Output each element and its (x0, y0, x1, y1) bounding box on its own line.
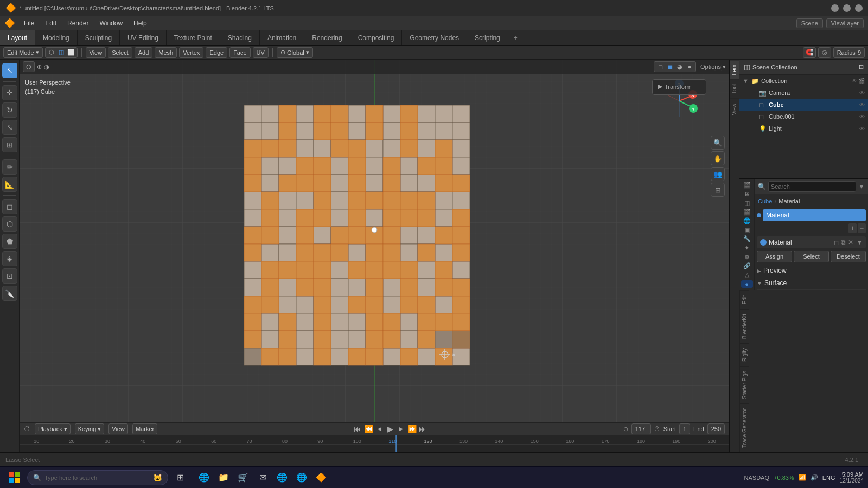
light-visibility-icon[interactable]: 👁 (859, 126, 865, 132)
outliner-filter-icon[interactable]: ⊞ (859, 63, 864, 70)
taskbar-app-chrome2[interactable]: 🌐 (293, 469, 310, 486)
solid-shading[interactable]: ◼ (666, 62, 674, 71)
props-object-icon[interactable]: ▣ (741, 226, 753, 234)
filter-material-icon[interactable]: ▼ (857, 239, 863, 246)
add-material-icon[interactable]: + (848, 223, 857, 233)
inset-tool[interactable]: ⬟ (2, 234, 17, 249)
minimize-button[interactable] (831, 4, 839, 12)
select-menu[interactable]: Select (108, 47, 132, 58)
volume-icon[interactable]: 🔊 (810, 474, 818, 481)
taskbar-app-blender[interactable]: 🔶 (312, 469, 330, 486)
outliner-item-cube001[interactable]: ◻ Cube.001 👁 (739, 111, 868, 123)
move-tool[interactable]: ✛ (2, 85, 17, 100)
next-frame-btn[interactable]: ⏩ (407, 425, 416, 433)
view-timeline-menu[interactable]: View (108, 423, 128, 434)
tab-scripting[interactable]: Scripting (467, 30, 508, 45)
prev-frame-btn[interactable]: ⏪ (364, 425, 373, 433)
remove-material-icon[interactable]: − (858, 223, 866, 233)
tab-layout[interactable]: Layout (0, 30, 35, 45)
visibility-icon[interactable]: 👁 (852, 78, 857, 84)
viewport-xray-btn[interactable]: ◑ (44, 63, 49, 70)
taskbar-app-edge[interactable]: 🌐 (195, 469, 213, 486)
material-slot[interactable]: Material (763, 209, 866, 221)
copy-material-icon[interactable]: ⧉ (841, 239, 846, 246)
shield-icon[interactable]: ◻ (834, 239, 839, 246)
tab-geometry-nodes[interactable]: Geometry Nodes (402, 30, 467, 45)
side-tab-tool[interactable]: Tool (730, 79, 739, 98)
close-button[interactable] (855, 4, 863, 12)
viewlayer-selector[interactable]: ViewLayer (826, 18, 864, 28)
assign-button[interactable]: Assign (757, 251, 792, 262)
outliner-item-cube[interactable]: ◻ Cube 👁 (739, 99, 868, 111)
transform-tool[interactable]: ⊞ (2, 137, 17, 152)
breadcrumb-cube[interactable]: Cube (758, 198, 772, 204)
taskbar-app-explorer[interactable]: 📁 (215, 469, 232, 486)
transform-selector[interactable]: ⊙ Global ▾ (277, 47, 313, 58)
viewport-overlay-btn[interactable]: ⊕ (37, 63, 42, 70)
side-tab-rigify[interactable]: Rigify (740, 343, 749, 366)
face-menu[interactable]: Face (229, 47, 250, 58)
tab-rendering[interactable]: Rendering (304, 30, 350, 45)
transform-panel-title[interactable]: ▶ Transform (658, 83, 700, 90)
keying-menu[interactable]: Keying ▾ (75, 423, 105, 434)
ortho-view-icon[interactable]: ⊞ (711, 183, 725, 197)
network-icon[interactable]: 📶 (799, 474, 806, 481)
props-particle-icon[interactable]: ✦ (741, 244, 753, 252)
end-frame-input[interactable]: 250 (707, 423, 725, 434)
menu-render[interactable]: Render (63, 18, 93, 28)
side-tab-view[interactable]: View (730, 99, 739, 120)
wireframe-shading[interactable]: ◻ (656, 62, 665, 71)
marker-menu[interactable]: Marker (132, 423, 157, 434)
side-tab-item[interactable]: Item (730, 60, 739, 79)
props-output-icon[interactable]: 🖥 (741, 190, 753, 198)
add-cube-tool[interactable]: ◻ (2, 199, 17, 214)
rendered-shading[interactable]: ● (685, 62, 694, 71)
props-physics-icon[interactable]: ⚙ (741, 253, 753, 261)
side-tab-blenderkit[interactable]: BlenderKit (740, 309, 749, 343)
extrude-tool[interactable]: ⬡ (2, 216, 17, 232)
search-viewport-icon[interactable]: 🔍 (711, 136, 725, 150)
props-constraint-icon[interactable]: 🔗 (741, 262, 753, 270)
loop-cut-tool[interactable]: ⊡ (2, 268, 17, 284)
side-tab-trace[interactable]: Trace Generator (740, 403, 749, 452)
taskbar-clock[interactable]: 5:09 AM 12/1/2024 (840, 471, 864, 484)
menu-edit[interactable]: Edit (41, 18, 61, 28)
current-frame-input[interactable]: 117 (631, 423, 651, 434)
jump-end-btn[interactable]: ⏭ (418, 425, 427, 433)
select-material-button[interactable]: Select (794, 251, 829, 262)
start-frame-input[interactable]: 1 (679, 423, 690, 434)
viewport-shading-mode[interactable]: ⬡ (23, 61, 35, 72)
mesh-menu[interactable]: Mesh (155, 47, 177, 58)
close-material-icon[interactable]: ✕ (848, 239, 853, 246)
outliner-item-camera[interactable]: 📷 Camera 👁 (739, 87, 868, 99)
timeline-icon[interactable]: ⏱ (24, 425, 30, 433)
side-tab-starter[interactable]: Starter Pigs (740, 366, 749, 403)
render-icon[interactable]: 🎬 (858, 78, 865, 84)
menu-window[interactable]: Window (95, 18, 127, 28)
tab-modeling[interactable]: Modeling (35, 30, 78, 45)
rotate-tool[interactable]: ↻ (2, 102, 17, 118)
tab-compositing[interactable]: Compositing (350, 30, 403, 45)
prev-keyframe-btn[interactable]: ◄ (375, 425, 384, 433)
add-workspace-button[interactable]: + (508, 30, 523, 45)
tab-animation[interactable]: Animation (260, 30, 304, 45)
vertex-menu[interactable]: Vertex (179, 47, 203, 58)
pan-icon[interactable]: ✋ (711, 151, 725, 165)
surface-section[interactable]: ▼ Surface (757, 277, 866, 290)
scale-tool[interactable]: ⤡ (2, 120, 17, 135)
menu-help[interactable]: Help (129, 18, 151, 28)
uv-menu[interactable]: UV (253, 47, 269, 58)
maximize-button[interactable] (843, 4, 851, 12)
outliner-item-collection[interactable]: ▼ 📁 Collection 👁 🎬 (739, 75, 868, 87)
magnet-icon[interactable]: 🧲 (805, 48, 814, 57)
edge-display-icon[interactable]: ◫ (57, 48, 66, 57)
props-material-icon[interactable]: ● (741, 280, 753, 288)
taskbar-app-mail[interactable]: ✉ (254, 469, 271, 486)
menu-file[interactable]: File (20, 18, 39, 28)
props-render-icon[interactable]: 🎬 (741, 181, 753, 189)
bevel-tool[interactable]: ◈ (2, 251, 17, 266)
props-modifier-icon[interactable]: 🔧 (741, 235, 753, 243)
camera-view-icon[interactable]: 👥 (711, 167, 725, 181)
select-tool[interactable]: ↖ (2, 63, 17, 78)
cube-visibility-icon[interactable]: 👁 (859, 102, 865, 108)
